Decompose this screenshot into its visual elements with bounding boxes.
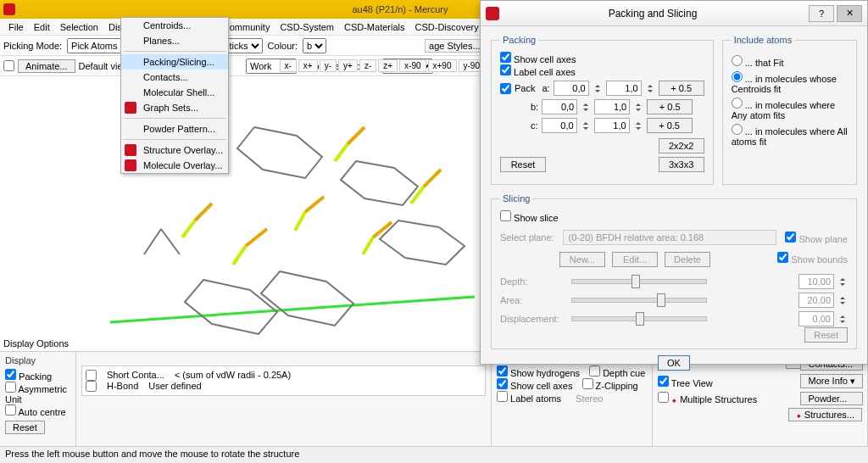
short-contact-cond: < (sum of vdW radii - 0.25A) (175, 370, 291, 381)
c-min-field[interactable]: 0,0 (542, 118, 577, 133)
pack-label: Pack (515, 83, 535, 93)
edit-plane-button[interactable]: Edit... (612, 252, 658, 267)
view-x+[interactable]: x+ (298, 59, 318, 72)
menu-file[interactable]: File (3, 20, 29, 34)
picking-mode-label: Picking Mode: (3, 41, 62, 51)
menu-selection[interactable]: Selection (55, 20, 103, 34)
display-reset-button[interactable]: Reset (5, 421, 45, 434)
reset-packing-button[interactable]: Reset (500, 157, 546, 172)
include-legend: Include atoms (732, 35, 794, 45)
asym-check[interactable]: Asymmetric Unit (5, 384, 67, 404)
spin-icon[interactable] (593, 81, 603, 96)
3x3x3-button[interactable]: 3x3x3 (659, 157, 704, 172)
menu-item-contacts---[interactable]: Contacts... (121, 70, 228, 85)
a-max-field[interactable]: 1,0 (606, 81, 642, 96)
view-x-[interactable]: x- (280, 59, 297, 72)
display-label: Display (5, 355, 70, 365)
overlay-icon (125, 159, 136, 171)
label-atoms-check[interactable]: Label atoms (497, 393, 561, 404)
slicing-legend: Slicing (500, 193, 532, 204)
menu-item-graph-sets---[interactable]: Graph Sets... (121, 100, 228, 115)
powder-button[interactable]: Powder... (800, 392, 863, 405)
depth-slider[interactable] (571, 279, 707, 284)
c-plus05-button[interactable]: + 0.5 (647, 118, 693, 133)
spin-icon[interactable] (645, 81, 655, 96)
menu-item-structure-overlay---[interactable]: Structure Overlay... (121, 142, 228, 158)
delete-plane-button[interactable]: Delete (665, 252, 710, 267)
menu-csd-materials[interactable]: CSD-Materials (339, 20, 410, 34)
svg-line-2 (335, 144, 348, 161)
show-slice-check[interactable]: Show slice (500, 213, 559, 223)
show-plane-check[interactable]: Show plane (785, 232, 848, 244)
include-opt4[interactable]: ... in molecules where All atoms fit (732, 124, 848, 147)
animate-button[interactable]: Animate... (18, 59, 75, 73)
manage-styles-button[interactable]: age Styles... (425, 39, 485, 53)
c-max-field[interactable]: 1,0 (594, 118, 630, 133)
structures-button[interactable]: ⬥ Structures... (788, 408, 862, 421)
menu-csd-discovery[interactable]: CSD-Discovery (410, 20, 484, 34)
menu-item-powder-pattern---[interactable]: Powder Pattern... (121, 121, 228, 137)
animate-check[interactable] (3, 60, 14, 71)
spin-icon[interactable] (837, 274, 848, 289)
hbond-cond: User defined (148, 381, 201, 392)
packing-group: Packing Show cell axes Label cell axes P… (491, 35, 714, 185)
packing-check[interactable]: Packing (5, 371, 52, 382)
view-z-[interactable]: z- (359, 59, 376, 72)
show-bounds-check[interactable]: Show bounds (777, 252, 848, 267)
2x2x2-button[interactable]: 2x2x2 (659, 138, 704, 153)
b-plus05-button[interactable]: + 0.5 (647, 99, 693, 114)
b-max-field[interactable]: 1,0 (594, 99, 630, 114)
short-contact-check[interactable] (86, 370, 97, 381)
menu-item-molecular-shell---[interactable]: Molecular Shell... (121, 85, 228, 100)
menu-edit[interactable]: Edit (29, 20, 55, 34)
zclipping-check[interactable]: Z-Clipping (582, 381, 638, 391)
display-options-title: Display Options (3, 338, 69, 349)
spin-icon[interactable] (837, 311, 848, 326)
c-label: c: (531, 120, 538, 131)
hbond-check[interactable] (86, 381, 97, 392)
displacement-slider[interactable] (571, 316, 707, 321)
view-x-90[interactable]: x-90 (399, 59, 426, 72)
menu-item-planes---[interactable]: Planes... (121, 33, 228, 48)
view-z+[interactable]: z+ (378, 59, 398, 72)
packing-legend: Packing (500, 35, 538, 45)
spin-icon[interactable] (633, 99, 643, 114)
svg-line-1 (348, 127, 364, 144)
status-bar: Press the left mouse button and move the… (0, 446, 868, 463)
include-opt3[interactable]: ... in molecules where Any atom fits (732, 98, 848, 120)
spin-icon[interactable] (581, 99, 591, 114)
area-label: Area: (500, 295, 568, 305)
show-cell-axes-check2[interactable]: Show cell axes (497, 381, 572, 391)
include-opt2[interactable]: ... in molecules whose Centroids fit (732, 71, 848, 94)
help-button[interactable]: ? (809, 5, 834, 22)
view-y-[interactable]: y- (320, 59, 337, 72)
autocentre-check[interactable]: Auto centre (5, 407, 66, 417)
dialog-close-button[interactable]: ✕ (837, 5, 862, 22)
spin-icon[interactable] (837, 293, 848, 308)
displacement-field[interactable]: 0,00 (798, 311, 834, 326)
area-field[interactable]: 20,00 (798, 293, 834, 308)
include-opt1[interactable]: ... that Fit (732, 55, 848, 68)
b-min-field[interactable]: 0,0 (542, 99, 577, 114)
depth-field[interactable]: 10,00 (798, 274, 834, 289)
colour-select[interactable]: by (303, 38, 326, 53)
plane-select[interactable]: (0-20) BFDH relative area: 0.168 (563, 230, 777, 245)
spin-icon[interactable] (633, 118, 643, 133)
menu-item-packing-slicing---[interactable]: Packing/Slicing... (121, 54, 228, 70)
menu-csd-system[interactable]: CSD-System (275, 20, 339, 34)
show-cell-axes-check[interactable]: Show cell axes (500, 54, 576, 64)
view-y+[interactable]: y+ (338, 59, 358, 72)
ok-button[interactable]: OK (658, 355, 690, 371)
a-plus05-button[interactable]: + 0.5 (659, 81, 704, 96)
svg-line-9 (305, 197, 324, 212)
spin-icon[interactable] (581, 118, 591, 133)
menu-item-molecule-overlay---[interactable]: Molecule Overlay... (121, 158, 228, 173)
label-cell-axes-check[interactable]: Label cell axes (500, 67, 576, 77)
pack-check[interactable] (500, 83, 511, 94)
menu-item-centroids---[interactable]: Centroids... (121, 18, 228, 33)
new-plane-button[interactable]: New... (559, 252, 605, 267)
area-slider[interactable] (571, 298, 707, 303)
a-min-field[interactable]: 0,0 (554, 81, 589, 96)
slicing-reset-button[interactable]: Reset (804, 327, 848, 343)
view-x+90[interactable]: x+90 (428, 59, 457, 72)
